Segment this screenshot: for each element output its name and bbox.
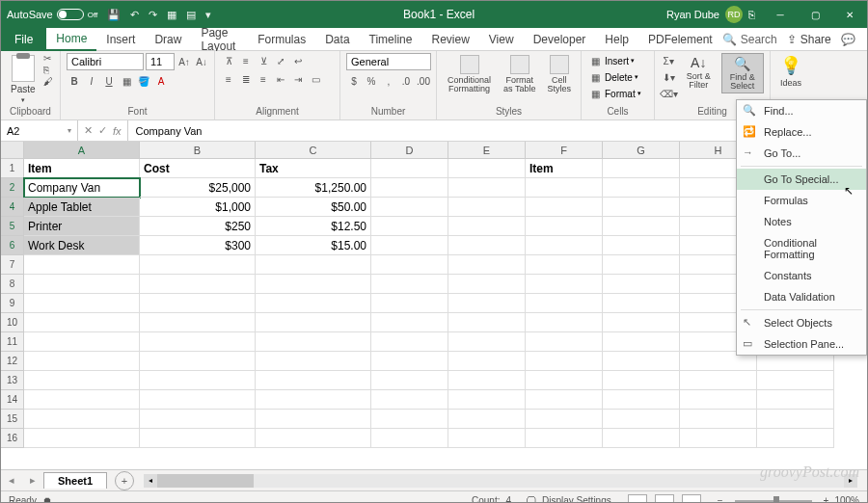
percent-icon[interactable]: % bbox=[364, 73, 379, 89]
cell[interactable] bbox=[448, 352, 526, 371]
user-area[interactable]: Ryan Dube RD ⎘ bbox=[666, 6, 755, 23]
cell[interactable]: Cost bbox=[140, 159, 256, 178]
select-all-corner[interactable] bbox=[1, 142, 24, 158]
cell[interactable] bbox=[371, 159, 448, 178]
cell[interactable] bbox=[526, 275, 603, 294]
zoom-out-button[interactable]: − bbox=[718, 495, 723, 503]
orientation-icon[interactable]: ⤢ bbox=[273, 53, 288, 68]
menu-item-notes[interactable]: Notes bbox=[737, 211, 866, 232]
cell[interactable] bbox=[603, 159, 680, 178]
tab-developer[interactable]: Developer bbox=[524, 28, 596, 51]
cell[interactable] bbox=[371, 198, 448, 217]
font-size-combo[interactable]: 11 bbox=[146, 53, 175, 70]
cell[interactable] bbox=[371, 352, 448, 371]
cell[interactable] bbox=[256, 313, 371, 332]
fx-icon[interactable]: fx bbox=[113, 125, 122, 137]
menu-item-conditional-formatting[interactable]: Conditional Formatting bbox=[737, 232, 866, 265]
tab-pdfelement[interactable]: PDFelement bbox=[638, 28, 722, 51]
increase-font-icon[interactable]: A↑ bbox=[176, 54, 192, 69]
cell[interactable] bbox=[371, 255, 448, 275]
increase-indent-icon[interactable]: ⇥ bbox=[290, 71, 306, 87]
border-button[interactable]: ▦ bbox=[119, 73, 134, 89]
cell[interactable] bbox=[371, 217, 448, 236]
row-header[interactable]: 4 bbox=[1, 198, 24, 217]
tab-timeline[interactable]: Timeline bbox=[360, 28, 422, 51]
menu-item-find[interactable]: 🔍Find... bbox=[737, 100, 866, 121]
tab-home[interactable]: Home bbox=[46, 28, 96, 51]
sort-filter-button[interactable]: A↓ Sort & Filter bbox=[680, 53, 718, 92]
scroll-left-icon[interactable]: ◂ bbox=[144, 474, 157, 488]
format-cells-button[interactable]: ▦Format▾ bbox=[587, 86, 641, 101]
currency-icon[interactable]: $ bbox=[346, 73, 362, 89]
minimize-button[interactable]: ─ bbox=[763, 1, 798, 28]
sheet-tab[interactable]: Sheet1 bbox=[43, 472, 107, 489]
cell[interactable] bbox=[448, 390, 526, 410]
font-color-button[interactable]: A bbox=[153, 73, 169, 89]
cell[interactable]: Apple Tablet bbox=[24, 198, 140, 217]
cell[interactable]: Work Desk bbox=[24, 236, 140, 255]
row-header[interactable]: 10 bbox=[1, 313, 24, 332]
cell[interactable] bbox=[757, 429, 834, 448]
cell[interactable]: $15.00 bbox=[256, 236, 371, 255]
cell[interactable]: Company Van bbox=[24, 178, 140, 198]
comma-icon[interactable]: , bbox=[381, 73, 396, 89]
menu-item-select-objects[interactable]: ↖Select Objects bbox=[737, 312, 866, 333]
cell[interactable] bbox=[371, 294, 448, 313]
cell[interactable] bbox=[448, 159, 526, 178]
cell[interactable] bbox=[256, 332, 371, 352]
macro-record-icon[interactable]: ⏺ bbox=[42, 495, 52, 503]
cell[interactable] bbox=[680, 429, 757, 448]
tab-view[interactable]: View bbox=[479, 28, 524, 51]
ideas-button[interactable]: 💡 Ideas bbox=[776, 53, 805, 90]
tab-review[interactable]: Review bbox=[421, 28, 478, 51]
copy-icon[interactable]: ⎘ bbox=[43, 65, 53, 75]
cell[interactable]: $25,000 bbox=[140, 178, 256, 198]
cell[interactable] bbox=[448, 332, 526, 352]
tab-help[interactable]: Help bbox=[595, 28, 638, 51]
cell[interactable] bbox=[371, 410, 448, 429]
row-header[interactable]: 1 bbox=[1, 159, 24, 178]
save-icon[interactable]: 💾 bbox=[107, 9, 121, 21]
cell[interactable] bbox=[603, 371, 680, 390]
column-header[interactable]: F bbox=[526, 142, 603, 158]
cell[interactable] bbox=[371, 178, 448, 198]
format-painter-icon[interactable]: 🖌 bbox=[43, 76, 53, 87]
cell[interactable] bbox=[526, 410, 603, 429]
wrap-text-icon[interactable]: ↩ bbox=[290, 53, 306, 68]
cell[interactable]: $1,000 bbox=[140, 198, 256, 217]
autosave-toggle[interactable]: AutoSave Off bbox=[7, 9, 97, 20]
cell[interactable] bbox=[140, 429, 256, 448]
cell[interactable] bbox=[448, 294, 526, 313]
cell[interactable] bbox=[448, 178, 526, 198]
cell[interactable] bbox=[526, 332, 603, 352]
cell[interactable] bbox=[757, 410, 834, 429]
cell[interactable] bbox=[448, 275, 526, 294]
fill-icon[interactable]: ⬇▾ bbox=[661, 69, 676, 85]
ribbon-options-icon[interactable]: ⎘ bbox=[748, 9, 755, 20]
align-right-icon[interactable]: ≡ bbox=[256, 71, 271, 87]
cell[interactable] bbox=[448, 217, 526, 236]
cell[interactable]: $300 bbox=[140, 236, 256, 255]
cell[interactable] bbox=[526, 371, 603, 390]
cell[interactable] bbox=[603, 352, 680, 371]
cell[interactable] bbox=[526, 313, 603, 332]
clear-icon[interactable]: ⌫▾ bbox=[661, 86, 676, 101]
autosum-icon[interactable]: Σ▾ bbox=[661, 53, 676, 68]
cell[interactable] bbox=[24, 294, 140, 313]
cell[interactable] bbox=[24, 255, 140, 275]
font-name-combo[interactable]: Calibri bbox=[67, 53, 144, 70]
zoom-level[interactable]: 100% bbox=[834, 495, 859, 503]
conditional-formatting-button[interactable]: Conditional Formatting bbox=[443, 53, 496, 95]
row-header[interactable]: 5 bbox=[1, 217, 24, 236]
cell[interactable] bbox=[24, 332, 140, 352]
cell[interactable] bbox=[140, 275, 256, 294]
format-as-table-button[interactable]: Format as Table bbox=[500, 53, 539, 95]
fill-color-button[interactable]: 🪣 bbox=[136, 73, 151, 89]
cell[interactable] bbox=[140, 352, 256, 371]
comments-button[interactable]: 💬 bbox=[841, 33, 859, 46]
tab-insert[interactable]: Insert bbox=[96, 28, 145, 51]
insert-cells-button[interactable]: ▦Insert▾ bbox=[587, 53, 635, 68]
cell[interactable] bbox=[603, 294, 680, 313]
decrease-indent-icon[interactable]: ⇤ bbox=[273, 71, 288, 87]
cell[interactable] bbox=[680, 371, 757, 390]
